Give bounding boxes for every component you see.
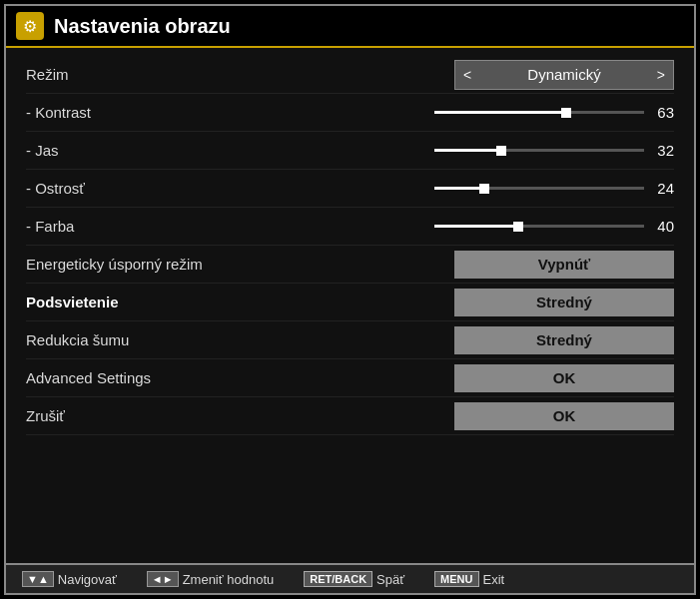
control-jas: 32	[286, 142, 674, 159]
val-help: ◄► Zmeniť hodnotu	[147, 571, 274, 587]
slider-fill-ostrost	[434, 187, 484, 190]
row-podsvietenie: PodsvietenieStredný	[26, 284, 674, 321]
slider-track-jas	[434, 149, 644, 152]
slider-thumb-ostrost[interactable]	[479, 184, 489, 194]
selector-rezim[interactable]: < Dynamický >	[454, 60, 674, 90]
row-zrusit: ZrušiťOK	[26, 397, 674, 435]
slider-jas[interactable]: 32	[434, 142, 674, 159]
main-container: ⚙ Nastavenia obrazu Režim < Dynamický > …	[4, 4, 696, 595]
control-ostrost: 24	[286, 180, 674, 197]
label-energeticky: Energeticky úsporný režim	[26, 256, 286, 273]
row-advanced: Advanced SettingsOK	[26, 359, 674, 397]
slider-track-ostrost	[434, 187, 644, 190]
row-redukcia: Redukcia šumuStredný	[26, 321, 674, 359]
slider-ostrost[interactable]: 24	[434, 180, 674, 197]
slider-thumb-kontrast[interactable]	[561, 108, 571, 118]
slider-value-farba: 40	[652, 218, 674, 235]
label-advanced: Advanced Settings	[26, 369, 286, 386]
title-text: Nastavenia obrazu	[54, 15, 231, 38]
control-zrusit: OK	[286, 402, 674, 430]
control-farba: 40	[286, 218, 674, 235]
slider-kontrast[interactable]: 63	[434, 104, 674, 121]
title-icon: ⚙	[16, 12, 44, 40]
menu-key-badge: MENU	[434, 571, 478, 587]
row-kontrast: - Kontrast 63	[26, 94, 674, 132]
selector-left-arrow[interactable]: <	[463, 67, 471, 83]
val-label: Zmeniť hodnotu	[183, 572, 275, 587]
back-key-badge: RET/BACK	[304, 571, 372, 587]
button-redukcia[interactable]: Stredný	[454, 326, 674, 354]
row-energeticky: Energeticky úsporný režimVypnúť	[26, 246, 674, 284]
button-advanced[interactable]: OK	[454, 364, 674, 392]
back-help: RET/BACK Späť	[304, 571, 404, 587]
slider-fill-farba	[434, 225, 518, 228]
row-jas: - Jas 32	[26, 132, 674, 170]
row-rezim: Režim < Dynamický >	[26, 56, 674, 94]
label-ostrost: - Ostrosť	[26, 180, 286, 197]
nav-label: Navigovať	[58, 572, 117, 587]
label-kontrast: - Kontrast	[26, 104, 286, 121]
label-zrusit: Zrušiť	[26, 407, 286, 424]
control-energeticky: Vypnúť	[286, 251, 674, 279]
control-kontrast: 63	[286, 104, 674, 121]
control-advanced: OK	[286, 364, 674, 392]
slider-thumb-farba[interactable]	[513, 222, 523, 232]
row-ostrost: - Ostrosť 24	[26, 170, 674, 208]
nav-keys-badge: ▼▲	[22, 571, 54, 587]
back-label: Späť	[376, 572, 404, 587]
label-jas: - Jas	[26, 142, 286, 159]
menu-help: MENU Exit	[434, 571, 504, 587]
slider-value-ostrost: 24	[652, 180, 674, 197]
label-rezim: Režim	[26, 66, 286, 83]
nav-help: ▼▲ Navigovať	[22, 571, 117, 587]
label-redukcia: Redukcia šumu	[26, 331, 286, 348]
label-farba: - Farba	[26, 218, 286, 235]
slider-track-farba	[434, 225, 644, 228]
slider-thumb-jas[interactable]	[496, 146, 506, 156]
slider-track-kontrast	[434, 111, 644, 114]
slider-value-kontrast: 63	[652, 104, 674, 121]
control-podsvietenie: Stredný	[286, 289, 674, 316]
slider-fill-jas	[434, 149, 501, 152]
button-energeticky[interactable]: Vypnúť	[454, 251, 674, 279]
slider-farba[interactable]: 40	[434, 218, 674, 235]
button-podsvietenie[interactable]: Stredný	[454, 289, 674, 316]
slider-value-jas: 32	[652, 142, 674, 159]
content-area: Režim < Dynamický > - Kontrast 63 - Jas …	[6, 48, 694, 563]
slider-fill-kontrast	[434, 111, 566, 114]
button-zrusit[interactable]: OK	[454, 402, 674, 430]
val-keys-badge: ◄►	[147, 571, 179, 587]
footer: ▼▲ Navigovať ◄► Zmeniť hodnotu RET/BACK …	[6, 563, 694, 593]
label-podsvietenie: Podsvietenie	[26, 294, 286, 310]
selector-right-arrow[interactable]: >	[657, 67, 665, 83]
row-farba: - Farba 40	[26, 208, 674, 246]
selector-value-rezim: Dynamický	[527, 66, 600, 83]
menu-label: Exit	[483, 572, 505, 587]
control-redukcia: Stredný	[286, 326, 674, 354]
control-rezim: < Dynamický >	[286, 60, 674, 90]
title-bar: ⚙ Nastavenia obrazu	[6, 6, 694, 48]
